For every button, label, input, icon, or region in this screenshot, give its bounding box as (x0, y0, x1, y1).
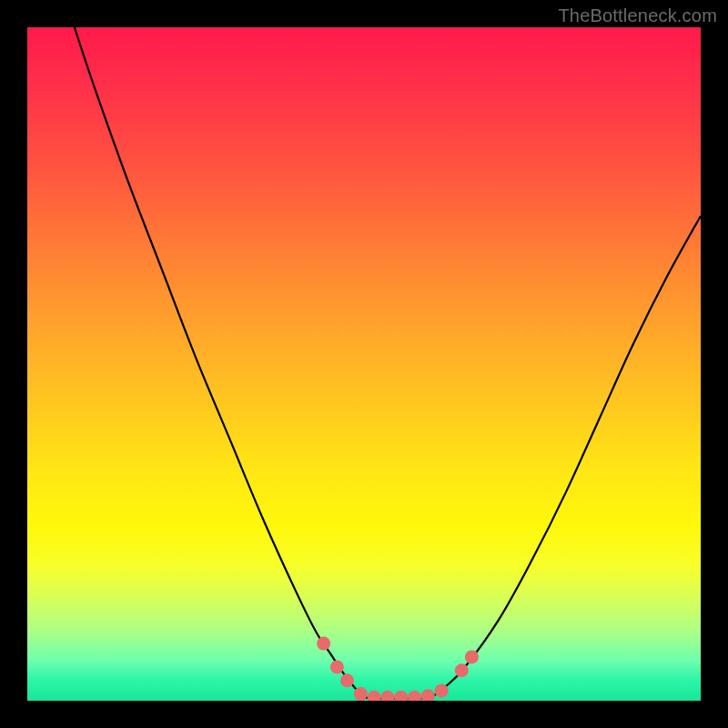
marker-group (317, 637, 479, 701)
watermark-text: TheBottleneck.com (558, 5, 717, 26)
curve-left (75, 27, 364, 697)
data-marker (435, 683, 449, 697)
data-marker (368, 691, 381, 701)
chart-frame: TheBottleneck.com (0, 0, 728, 728)
data-marker (340, 673, 354, 687)
data-marker (465, 650, 479, 663)
plot-area (27, 27, 701, 701)
data-marker (421, 689, 435, 701)
curve-right (431, 216, 701, 697)
data-marker (354, 687, 368, 701)
curve-group (75, 27, 701, 699)
data-marker (380, 691, 394, 701)
chart-svg (27, 27, 701, 701)
data-marker (455, 663, 469, 677)
data-marker (394, 691, 408, 701)
data-marker (317, 637, 330, 651)
data-marker (408, 691, 421, 701)
data-marker (330, 661, 344, 674)
